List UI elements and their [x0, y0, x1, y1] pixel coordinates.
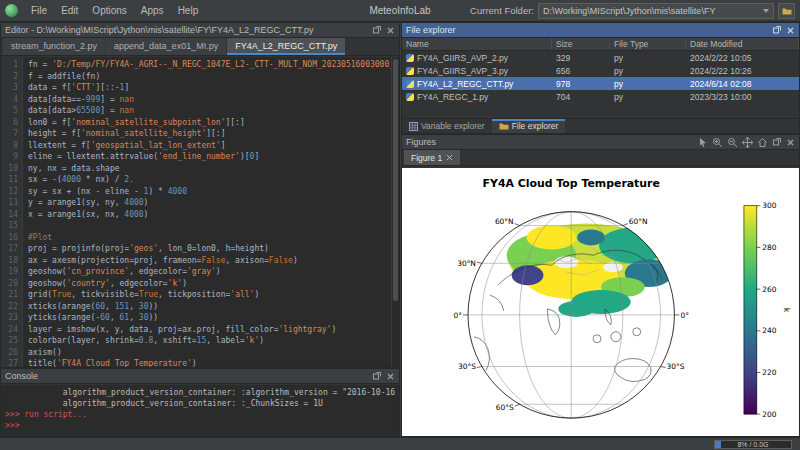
- file-name: FY4A_GIIRS_AVP_2.py: [417, 53, 508, 63]
- line-numbers: 1234567891011121314151617181920212223242…: [1, 57, 23, 367]
- float-icon[interactable]: [372, 371, 382, 381]
- figure-canvas[interactable]: FY4A Cloud Top Temperature: [402, 168, 799, 436]
- code-line[interactable]: height = f['nominal_satellite_height'][:…: [28, 128, 391, 140]
- tab-figure-1[interactable]: Figure 1: [404, 150, 460, 165]
- file-explorer-title: File explorer: [406, 25, 772, 35]
- menu-file[interactable]: File: [24, 5, 54, 16]
- close-icon[interactable]: [786, 138, 795, 147]
- current-folder-combobox[interactable]: D:\Working\MIScript\Jython\mis\satellite…: [538, 3, 774, 19]
- code-line[interactable]: y = arange1(sy, ny, 4000): [28, 197, 391, 209]
- graticule-label: 60°N: [495, 217, 514, 226]
- code-line[interactable]: lon0 = f['nominal_satellite_subpoint_lon…: [28, 117, 391, 129]
- tab-variable-explorer[interactable]: Variable explorer: [402, 119, 492, 133]
- chevron-down-icon[interactable]: [763, 9, 769, 13]
- colorbar-label: k: [782, 308, 791, 313]
- file-name: FY4A_L2_REGC_CTT.py: [417, 79, 513, 89]
- console-output[interactable]: algorithm_product_version_container: :al…: [1, 385, 399, 436]
- code-line[interactable]: axism(): [28, 347, 391, 359]
- code-line[interactable]: data[data>65500] = nan: [28, 105, 391, 117]
- code-editor[interactable]: 1234567891011121314151617181920212223242…: [1, 57, 399, 367]
- statusbar: 8% / 0.0G: [0, 437, 800, 450]
- zoom-out-icon[interactable]: [727, 137, 738, 148]
- python-file-icon: [406, 54, 414, 62]
- code-line[interactable]: #Plot: [28, 232, 391, 244]
- code-line[interactable]: geoshow('country', edgecolor='k'): [28, 278, 391, 290]
- home-icon[interactable]: [757, 137, 768, 148]
- close-icon[interactable]: [386, 372, 395, 381]
- graticule-label: 30°S: [667, 362, 685, 371]
- code-line[interactable]: grid(True, tickvisible=True, tickpositio…: [28, 289, 391, 301]
- console-line: algorithm_product_version_container: :_C…: [5, 398, 399, 409]
- figure-tab-label: Figure 1: [411, 153, 442, 163]
- close-icon[interactable]: [446, 154, 453, 161]
- file-row[interactable]: FY4A_REGC_1.py704py2023/3/23 10:00: [402, 90, 799, 103]
- menu-edit[interactable]: Edit: [54, 5, 85, 16]
- memory-usage-text: 8% / 0.0G: [715, 441, 791, 449]
- code-line[interactable]: data = f['CTT'][::-1]: [28, 82, 391, 94]
- column-header-file-type[interactable]: File Type: [610, 38, 686, 50]
- file-row[interactable]: FY4A_GIIRS_AVP_2.py329py2024/2/22 10:05: [402, 51, 799, 64]
- figures-panel-title: Figures: [406, 137, 698, 147]
- code-line[interactable]: [28, 220, 391, 232]
- file-row[interactable]: FY4A_L2_REGC_CTT.py978py2024/6/14 02:08: [402, 77, 799, 90]
- browse-folder-button[interactable]: [778, 3, 795, 19]
- close-icon[interactable]: [786, 26, 795, 35]
- editor-tab[interactable]: stream_function_2.py: [3, 38, 105, 55]
- code-line[interactable]: eline = llextent.attrvalue('end_line_num…: [28, 151, 391, 163]
- file-row[interactable]: FY4A_GIIRS_AVP_3.py656py2024/2/22 10:26: [402, 64, 799, 77]
- editor-panel: Editor - D:\Working\MIScript\Jython\mis\…: [0, 22, 400, 368]
- close-icon[interactable]: [386, 26, 395, 35]
- editor-tabs: stream_function_2.pyappend_data_ex01_MI.…: [1, 38, 399, 56]
- folder-icon: [782, 7, 792, 15]
- editor-scrollbar[interactable]: [391, 57, 399, 367]
- file-type: py: [610, 92, 686, 102]
- float-icon[interactable]: [772, 137, 782, 147]
- editor-panel-title: Editor - D:\Working\MIScript\Jython\mis\…: [5, 25, 372, 35]
- python-file-icon: [406, 67, 414, 75]
- colorbar-tick-label: 240: [762, 326, 776, 335]
- pan-icon[interactable]: [742, 137, 753, 148]
- file-size: 978: [552, 79, 610, 89]
- plot-title: FY4A Cloud Top Temperature: [483, 177, 660, 190]
- editor-tab[interactable]: append_data_ex01_MI.py: [106, 38, 226, 55]
- float-icon[interactable]: [772, 25, 782, 35]
- menu-apps[interactable]: Apps: [134, 5, 171, 16]
- menu-options[interactable]: Options: [85, 5, 133, 16]
- code-content[interactable]: fn = 'D:/Temp/FY/FY4A-_AGRI--_N_REGC_104…: [23, 57, 391, 367]
- code-line[interactable]: f = addfile(fn): [28, 71, 391, 83]
- code-line[interactable]: geoshow('cn_province', edgecolor='gray'): [28, 266, 391, 278]
- code-line[interactable]: sy = sx + (nx - eline - 1) * 4000: [28, 186, 391, 198]
- tab-file-explorer[interactable]: File explorer: [492, 119, 566, 133]
- code-line[interactable]: yticks(arange(-60, 61, 30)): [28, 312, 391, 324]
- figures-panel: Figures Figure 1 FY4A Cloud Top Temperat…: [401, 134, 800, 437]
- scrollbar-thumb[interactable]: [393, 59, 398, 301]
- code-line[interactable]: xticks(arange(60, 151, 30)): [28, 301, 391, 313]
- file-date-modified: 2024/6/14 02:08: [686, 79, 799, 89]
- colorbar-tick-label: 260: [762, 285, 776, 294]
- column-header-date-modified[interactable]: Date Modified: [686, 38, 799, 50]
- code-line[interactable]: proj = projinfo(proj='geos', lon_0=lon0,…: [28, 243, 391, 255]
- column-header-name[interactable]: Name: [402, 38, 552, 50]
- float-icon[interactable]: [372, 25, 382, 35]
- code-line[interactable]: x = arange1(sx, nx, 4000): [28, 209, 391, 221]
- editor-tab[interactable]: FY4A_L2_REGC_CTT.py: [227, 38, 345, 55]
- code-line[interactable]: ax = axesm(projection=proj, frameon=Fals…: [28, 255, 391, 267]
- code-line[interactable]: ny, nx = data.shape: [28, 163, 391, 175]
- column-header-size[interactable]: Size: [552, 38, 610, 50]
- zoom-in-icon[interactable]: [712, 137, 723, 148]
- colorbar-tick-label: 200: [762, 410, 776, 419]
- graticule-label: 60°S: [496, 403, 514, 412]
- pointer-icon[interactable]: [698, 137, 708, 147]
- app-title: MeteoInfoLab: [369, 5, 430, 16]
- code-line[interactable]: llextent = f['geospatial_lat_lon_extent'…: [28, 140, 391, 152]
- code-line[interactable]: colorbar(layer, shrink=0.8, xshift=15, l…: [28, 335, 391, 347]
- menu-help[interactable]: Help: [171, 5, 206, 16]
- code-line[interactable]: data[data==-999] = nan: [28, 94, 391, 106]
- code-line[interactable]: layer = imshow(x, y, data, proj=ax.proj,…: [28, 324, 391, 336]
- code-line[interactable]: title('FY4A Cloud Top Temperature'): [28, 358, 391, 367]
- code-line[interactable]: sx = -(4000 * nx) / 2.: [28, 174, 391, 186]
- figure-tabs: Figure 1: [402, 150, 799, 166]
- code-line[interactable]: fn = 'D:/Temp/FY/FY4A-_AGRI--_N_REGC_104…: [28, 59, 391, 71]
- console-line: >>>: [5, 420, 399, 431]
- file-type: py: [610, 53, 686, 63]
